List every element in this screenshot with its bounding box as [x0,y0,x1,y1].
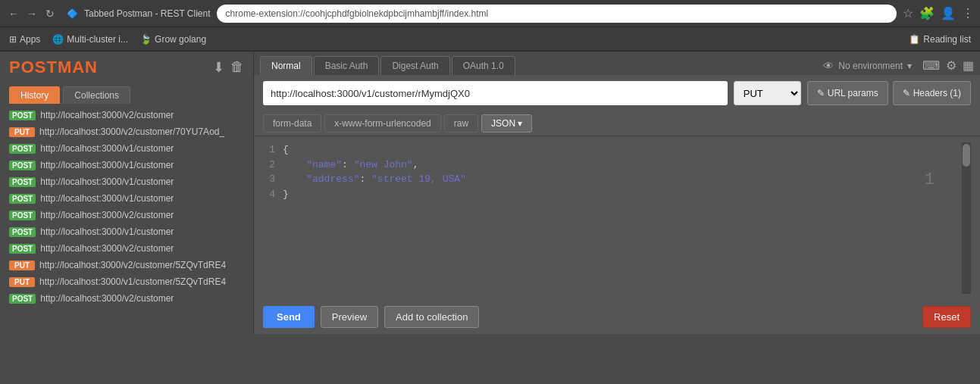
code-editor[interactable]: 1 2 3 4 { "name": "new John", "address":… [254,136,980,300]
method-badge: POST [9,244,36,254]
grid-icon: ⊞ [9,34,17,45]
line-numbers: 1 2 3 4 [263,142,275,294]
method-badge: PUT [9,127,35,137]
toolbar-icons: ⌨ ⚙ ▦ [922,58,974,73]
forward-button[interactable]: → [24,6,39,21]
app-container: POSTMAN ⬇ 🗑 History Collections POSThttp… [0,52,980,334]
method-badge: POST [9,227,36,237]
method-badge: POST [9,111,36,120]
action-buttons-row: Send Preview Add to collection Reset [254,300,980,334]
tab-collections[interactable]: Collections [63,86,130,104]
history-url: http://localhost:3000/v1/customer [40,193,174,204]
history-item[interactable]: PUThttp://localhost:3000/v2/customer/5ZQ… [0,257,253,273]
editor-scrollbar[interactable] [962,142,971,294]
address-bar[interactable]: chrome-extension://coohjcphdfgbiolnekdpb… [217,5,897,23]
browser-toolbar: ☆ 🧩 👤 ⋮ [903,6,974,20]
back-button[interactable]: ← [6,6,21,21]
method-badge: PUT [9,277,35,287]
body-tab-raw[interactable]: raw [444,114,478,133]
tab-basic-auth[interactable]: Basic Auth [314,56,380,75]
sidebar-header: POSTMAN ⬇ 🗑 [0,52,253,83]
layout-icon[interactable]: ▦ [963,58,974,73]
method-select[interactable]: PUT GET POST DELETE PATCH [734,81,801,105]
request-tabs-bar: Normal Basic Auth Digest Auth OAuth 1.0 … [254,52,980,75]
postman-logo: POSTMAN [9,58,98,77]
history-item[interactable]: POSThttp://localhost:3000/v2/customer [0,107,253,123]
url-params-button[interactable]: ✎ URL params [807,81,888,105]
chevron-down-icon: ▾ [907,61,912,71]
reading-list-icon: 📋 [909,34,920,45]
history-url: http://localhost:3000/v2/customer/70YU7A… [39,126,224,137]
bookmark-multicluster[interactable]: 🌐 Multi-cluster i... [52,34,128,45]
keyboard-icon[interactable]: ⌨ [922,58,940,73]
history-url: http://localhost:3000/v2/customer [40,293,174,304]
menu-icon[interactable]: ⋮ [962,6,974,20]
body-tab-urlencoded[interactable]: x-www-form-urlencoded [324,114,440,133]
tab-title: Tabbed Postman - REST Client [84,8,211,19]
nav-buttons: ← → ↻ [6,6,58,21]
settings-icon[interactable]: ⚙ [946,58,957,73]
url-input[interactable] [263,81,728,105]
leaf-icon: 🍃 [140,34,152,45]
download-icon[interactable]: ⬇ [213,59,224,76]
send-button[interactable]: Send [263,306,315,328]
code-line-2: "name": "new John", [283,158,954,173]
bookmark-apps[interactable]: ⊞ Apps [9,34,40,45]
method-badge: POST [9,294,36,304]
history-item[interactable]: POSThttp://localhost:3000/v1/customer [0,190,253,207]
eye-icon: 👁 [823,60,834,72]
history-item[interactable]: POSThttp://localhost:3000/v1/customer [0,140,253,157]
globe-icon: 🌐 [52,34,64,45]
sidebar-header-icons: ⬇ 🗑 [213,59,244,76]
reading-list-btn[interactable]: 📋 Reading list [909,34,971,45]
tab-history[interactable]: History [9,86,60,104]
method-badge: POST [9,194,36,204]
sidebar: POSTMAN ⬇ 🗑 History Collections POSThttp… [0,52,254,334]
left-action-buttons: Send Preview Add to collection [263,306,479,328]
history-item[interactable]: PUThttp://localhost:3000/v1/customer/5ZQ… [0,273,253,290]
bookmark-golang[interactable]: 🍃 Grow golang [140,34,206,45]
code-line-3: "address": "street 19, USA" [283,172,954,187]
history-item[interactable]: POSThttp://localhost:3000/v1/customer [0,157,253,173]
body-tabs-bar: form-data x-www-form-urlencoded raw JSON… [254,111,980,136]
code-line-4: } [283,187,954,202]
tab-normal[interactable]: Normal [260,56,312,75]
preview-button[interactable]: Preview [321,306,378,328]
history-url: http://localhost:3000/v2/customer [40,243,174,254]
reset-button[interactable]: Reset [922,306,971,328]
scrollbar-thumb[interactable] [963,144,970,167]
history-item[interactable]: POSThttp://localhost:3000/v2/customer [0,207,253,223]
add-collection-button[interactable]: Add to collection [384,306,479,328]
tab-oauth[interactable]: OAuth 1.0 [452,56,515,75]
history-item[interactable]: PUThttp://localhost:3000/v2/customer/70Y… [0,123,253,140]
history-item[interactable]: POSThttp://localhost:3000/v2/customer [0,240,253,257]
main-panel: Normal Basic Auth Digest Auth OAuth 1.0 … [254,52,980,334]
method-badge: POST [9,161,36,170]
extensions-icon[interactable]: 🧩 [919,6,935,20]
chevron-down-icon: ▾ [518,118,522,129]
tab-digest-auth[interactable]: Digest Auth [380,56,449,75]
history-item[interactable]: POSThttp://localhost:3000/v1/customer [0,223,253,240]
url-row: PUT GET POST DELETE PATCH ✎ URL params ✎… [254,75,980,111]
trash-icon[interactable]: 🗑 [230,59,244,76]
code-line-1: { [283,142,954,158]
reload-button[interactable]: ↻ [42,6,58,21]
history-url: http://localhost:3000/v2/customer [40,110,174,120]
line-count-badge: 1 [925,170,935,189]
headers-icon: ✎ [903,88,910,98]
code-content: { "name": "new John", "address": "street… [283,142,954,294]
headers-button[interactable]: ✎ Headers (1) [893,81,971,105]
history-item[interactable]: POSThttp://localhost:3000/v1/customer [0,173,253,190]
body-tab-json[interactable]: JSON ▾ [481,114,532,133]
history-item[interactable]: POSThttp://localhost:3000/v2/customer [0,290,253,307]
star-icon[interactable]: ☆ [903,6,913,20]
history-url: http://localhost:3000/v1/customer [40,226,174,237]
body-tab-formdata[interactable]: form-data [263,114,321,133]
history-url: http://localhost:3000/v2/customer/5ZQvTd… [39,260,226,270]
profile-icon[interactable]: 👤 [941,6,956,20]
method-badge: PUT [9,261,35,270]
tab-icon: 🔷 [67,8,78,19]
env-selector[interactable]: 👁 No environment ▾ [823,60,912,72]
method-badge: POST [9,211,36,220]
history-url: http://localhost:3000/v1/customer/5ZQvTd… [39,276,226,287]
